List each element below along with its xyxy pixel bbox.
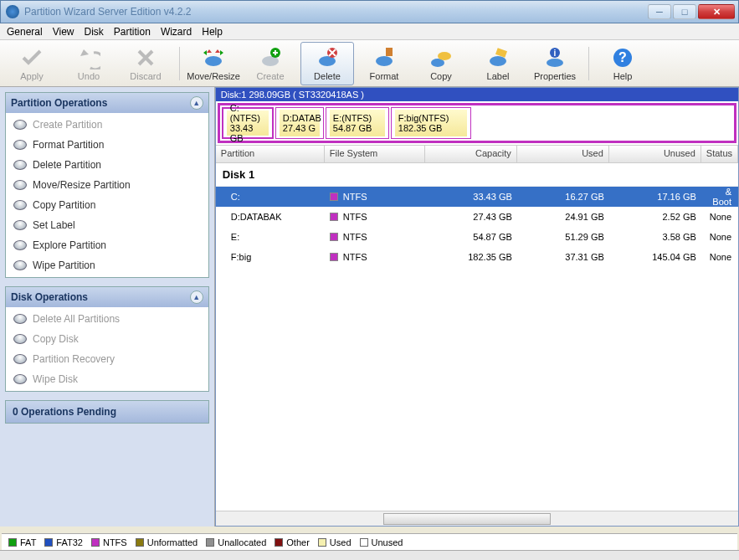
toolbar-copy-button[interactable]: Copy	[414, 42, 468, 85]
menu-view[interactable]: View	[53, 26, 74, 38]
cell-used: 24.91 GB	[517, 212, 609, 222]
toolbar-help-button[interactable]: ?Help	[596, 42, 649, 85]
swatch-icon	[136, 538, 144, 547]
svg-point-5	[376, 56, 393, 66]
cell-used: 16.27 GB	[517, 192, 609, 202]
col-header-used[interactable]: Used	[517, 146, 609, 162]
toolbar-undo-button: Undo	[62, 42, 115, 85]
legend-label: Other	[286, 537, 310, 547]
disk-icon	[13, 238, 28, 253]
partition-strip[interactable]: C:(NTFS)33.43 GBD:DATAB27.43 GE:(NTFS)54…	[218, 103, 736, 143]
cell-partition: D:DATABAK	[216, 212, 325, 222]
menu-disk[interactable]: Disk	[85, 26, 104, 38]
menu-help[interactable]: Help	[202, 26, 223, 38]
legend-used: Used	[318, 537, 352, 547]
fs-color-icon	[330, 233, 338, 241]
partition-ops-header[interactable]: Partition Operations ▲	[6, 93, 208, 113]
undo-icon	[77, 46, 100, 69]
op-partition-recovery: Partition Recovery	[6, 349, 208, 369]
toolbar-label: Label	[487, 71, 510, 81]
menu-wizard[interactable]: Wizard	[161, 26, 192, 38]
partition-row[interactable]: F:bigNTFS182.35 GB37.31 GB145.04 GBNone	[216, 247, 738, 267]
menu-general[interactable]: General	[7, 26, 43, 38]
op-create-partition: Create Partition	[6, 115, 208, 135]
legend-fat: FAT	[8, 537, 36, 547]
part-name: D:DATAB	[283, 113, 316, 123]
legend-unallocated: Unallocated	[206, 537, 266, 547]
partition-row[interactable]: C:NTFS33.43 GB16.27 GB17.16 GBActive & B…	[216, 187, 738, 207]
minimize-button[interactable]: ─	[648, 4, 671, 19]
partition-box[interactable]: E:(NTFS)54.87 GB	[326, 107, 389, 139]
legend-label: Unused	[372, 537, 403, 547]
partition-box[interactable]: C:(NTFS)33.43 GB	[222, 107, 274, 139]
legend: FATFAT32NTFSUnformattedUnallocatedOtherU…	[2, 533, 737, 550]
part-size: 54.87 GB	[333, 123, 382, 133]
toolbar-move-resize-button[interactable]: Move/Resize	[187, 42, 240, 85]
create-icon	[259, 46, 282, 69]
col-header-unused[interactable]: Unused	[609, 146, 701, 162]
toolbar-label: Move/Resize	[187, 71, 240, 81]
op-label: Format Partition	[33, 139, 104, 151]
props-icon: i	[543, 46, 567, 69]
close-button[interactable]: ✕	[698, 4, 735, 19]
toolbar-properties-button[interactable]: iProperties	[528, 42, 582, 85]
partition-row[interactable]: E:NTFS54.87 GB51.29 GB3.58 GBNone	[216, 227, 738, 247]
legend-label: FAT32	[56, 537, 83, 547]
partition-row[interactable]: D:DATABAKNTFS27.43 GB24.91 GB2.52 GBNone	[216, 207, 738, 227]
op-format-partition[interactable]: Format Partition	[6, 135, 208, 155]
disk-icon	[13, 311, 28, 326]
legend-ntfs: NTFS	[91, 537, 127, 547]
chevron-up-icon[interactable]: ▲	[190, 290, 203, 304]
op-set-label[interactable]: Set Label	[6, 215, 208, 235]
toolbar-label-button[interactable]: Label	[471, 42, 525, 85]
cell-used: 51.29 GB	[517, 232, 609, 242]
window-title: Partition Wizard Server Edition v4.2.2	[24, 6, 648, 18]
menubar: GeneralViewDiskPartitionWizardHelp	[0, 23, 739, 40]
disk-icon	[13, 117, 28, 132]
partition-ops-title: Partition Operations	[11, 97, 107, 109]
legend-unformatted: Unformatted	[136, 537, 198, 547]
label-icon	[486, 46, 510, 69]
partition-box[interactable]: D:DATAB27.43 G	[275, 107, 324, 139]
cell-status: Active & Boot & S	[701, 177, 738, 217]
toolbar-label: Discard	[130, 71, 161, 81]
op-delete-partition[interactable]: Delete Partition	[6, 155, 208, 175]
col-header-status[interactable]: Status	[701, 146, 738, 162]
cell-status: None	[701, 232, 738, 242]
op-copy-disk: Copy Disk	[6, 329, 208, 349]
col-header-file-system[interactable]: File System	[325, 146, 425, 162]
partition-box[interactable]: F:big(NTFS)182.35 GB	[391, 107, 471, 139]
copy-icon	[429, 46, 453, 69]
horizontal-scrollbar[interactable]	[216, 511, 738, 526]
cell-capacity: 27.43 GB	[425, 212, 517, 222]
discard-icon	[134, 46, 157, 69]
chevron-up-icon[interactable]: ▲	[190, 96, 203, 110]
content-area: Disk:1 298.09GB ( ST3320418AS ) C:(NTFS)…	[215, 87, 739, 527]
disk-ops-title: Disk Operations	[11, 291, 88, 303]
menu-partition[interactable]: Partition	[114, 26, 151, 38]
col-header-capacity[interactable]: Capacity	[425, 146, 517, 162]
op-label: Copy Partition	[33, 199, 95, 211]
disk-icon	[13, 258, 28, 273]
op-move-resize-partition[interactable]: Move/Resize Partition	[6, 175, 208, 195]
legend-label: Used	[330, 537, 352, 547]
toolbar-delete-button[interactable]: Delete	[300, 42, 354, 85]
help-icon: ?	[611, 46, 634, 69]
op-wipe-partition[interactable]: Wipe Partition	[6, 255, 208, 275]
app-icon	[6, 5, 19, 18]
op-label: Create Partition	[33, 119, 102, 131]
op-explore-partition[interactable]: Explore Partition	[6, 235, 208, 255]
cell-unused: 17.16 GB	[609, 192, 701, 202]
op-label: Delete Partition	[33, 159, 101, 171]
fs-color-icon	[330, 213, 338, 221]
maximize-button[interactable]: □	[673, 4, 696, 19]
disk-ops-header[interactable]: Disk Operations ▲	[6, 287, 208, 307]
toolbar-format-button[interactable]: Format	[357, 42, 411, 85]
svg-text:i: i	[554, 49, 557, 58]
col-header-partition[interactable]: Partition	[216, 146, 325, 162]
op-copy-partition[interactable]: Copy Partition	[6, 195, 208, 215]
titlebar: Partition Wizard Server Edition v4.2.2 ─…	[0, 0, 739, 23]
toolbar-label: Undo	[78, 71, 100, 81]
part-size: 33.43 GB	[230, 123, 265, 143]
grid-header: PartitionFile SystemCapacityUsedUnusedSt…	[216, 145, 738, 163]
